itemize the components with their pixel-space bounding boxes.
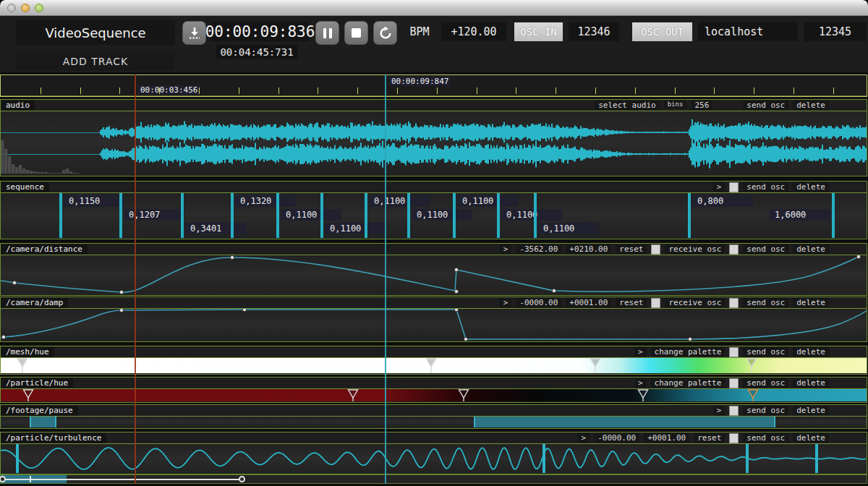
- receive-osc-button[interactable]: receive osc: [665, 244, 725, 254]
- 0001-00-value[interactable]: +0001.00: [644, 433, 689, 443]
- delete-button[interactable]: delete: [793, 182, 829, 192]
- sequence-marker[interactable]: [497, 193, 500, 238]
- arrow-button[interactable]: >: [713, 406, 726, 415]
- reset-button[interactable]: reset: [694, 433, 725, 443]
- sequence-marker[interactable]: [276, 193, 279, 238]
- secondary-playhead[interactable]: [135, 74, 136, 484]
- track-body-camera-distance[interactable]: [1, 255, 867, 294]
- osc-checkbox[interactable]: [651, 298, 660, 308]
- arrow-button[interactable]: >: [500, 298, 512, 307]
- color-marker[interactable]: [637, 389, 649, 401]
- sequence-marker[interactable]: [688, 193, 691, 238]
- keyframe-point[interactable]: [454, 309, 458, 312]
- osc-in-button[interactable]: OSC IN: [514, 22, 563, 41]
- keyframe-point[interactable]: [119, 309, 123, 312]
- bins-value[interactable]: bins: [664, 101, 687, 108]
- sequence-marker[interactable]: [119, 193, 122, 238]
- send-osc-button[interactable]: send osc: [743, 347, 788, 357]
- osc-checkbox[interactable]: [729, 378, 739, 388]
- zoom-button[interactable]: [35, 4, 43, 12]
- sequence-marker[interactable]: [407, 193, 410, 238]
- osc-checkbox[interactable]: [729, 347, 739, 357]
- osc-checkbox[interactable]: [729, 244, 739, 255]
- close-button[interactable]: [7, 4, 16, 12]
- keyframe-point[interactable]: [454, 268, 458, 271]
- keyframe-point[interactable]: [552, 289, 556, 292]
- track-body-sequence[interactable]: 0,11500,12070,34010,13200,11000,11000,11…: [1, 193, 867, 238]
- track-body-mesh-hue[interactable]: [1, 358, 867, 373]
- track-body-camera-damp[interactable]: [1, 309, 867, 341]
- sequence-marker[interactable]: [231, 193, 234, 238]
- minimize-button[interactable]: [21, 4, 30, 12]
- delete-button[interactable]: delete: [793, 298, 829, 307]
- switch-block[interactable]: [30, 417, 56, 427]
- send-osc-button[interactable]: send osc: [743, 378, 788, 388]
- selected-keyframe-bar[interactable]: [815, 444, 818, 473]
- color-marker[interactable]: [425, 358, 437, 373]
- track-body-footage-pause[interactable]: [1, 417, 867, 427]
- arrow-button[interactable]: >: [634, 347, 647, 357]
- switch-block[interactable]: [474, 417, 775, 427]
- color-marker[interactable]: [458, 389, 469, 401]
- keyframe-point[interactable]: [242, 309, 246, 312]
- 0001-00-value[interactable]: +0001.00: [566, 298, 611, 307]
- sequence-marker[interactable]: [59, 193, 62, 238]
- send-osc-button[interactable]: send osc: [743, 406, 788, 415]
- delete-button[interactable]: delete: [793, 406, 829, 415]
- color-marker[interactable]: [590, 358, 601, 373]
- arrow-button[interactable]: >: [634, 378, 647, 388]
- track-body-audio[interactable]: [1, 111, 867, 175]
- send-osc-button[interactable]: send osc: [743, 101, 788, 110]
- keyframe-point[interactable]: [119, 290, 123, 294]
- color-marker[interactable]: [17, 358, 28, 373]
- selected-keyframe-bar[interactable]: [16, 444, 19, 473]
- keyframe-point[interactable]: [464, 337, 467, 341]
- keyframe-point[interactable]: [230, 255, 234, 259]
- 0000-00-value[interactable]: -0000.00: [516, 298, 561, 307]
- osc-checkbox[interactable]: [729, 406, 739, 416]
- color-marker[interactable]: [22, 389, 34, 401]
- receive-osc-button[interactable]: receive osc: [665, 298, 725, 307]
- sequence-marker[interactable]: [453, 193, 456, 238]
- keyframe-point[interactable]: [454, 289, 458, 293]
- arrow-button[interactable]: >: [578, 433, 590, 443]
- selected-keyframe-bar[interactable]: [542, 444, 545, 473]
- sequence-marker[interactable]: [832, 193, 835, 238]
- add-track-button[interactable]: ADD TRACK: [16, 52, 175, 71]
- loop-button[interactable]: [373, 21, 397, 45]
- send-osc-button[interactable]: send osc: [743, 182, 788, 192]
- send-osc-button[interactable]: send osc: [743, 298, 788, 307]
- send-osc-button[interactable]: send osc: [743, 433, 788, 443]
- delete-button[interactable]: delete: [793, 347, 829, 357]
- osc-checkbox[interactable]: [729, 298, 739, 308]
- sequence-marker[interactable]: [534, 193, 537, 238]
- osc-checkbox[interactable]: [729, 182, 739, 192]
- send-osc-button[interactable]: send osc: [743, 244, 788, 254]
- arrow-button[interactable]: >: [713, 182, 726, 192]
- keyframe-point[interactable]: [688, 337, 692, 341]
- osc-out-button[interactable]: OSC OUT: [632, 22, 692, 41]
- reset-button[interactable]: reset: [616, 244, 647, 254]
- track-body-particle-hue[interactable]: [1, 389, 867, 401]
- playhead[interactable]: [385, 74, 386, 484]
- sequence-marker[interactable]: [365, 193, 367, 238]
- sequence-marker[interactable]: [181, 193, 184, 238]
- 0000-00-value[interactable]: -0000.00: [594, 433, 639, 443]
- delete-button[interactable]: delete: [793, 244, 829, 254]
- current-time-display[interactable]: 00:00:09:836: [210, 22, 310, 41]
- zoom-handle-right[interactable]: [239, 476, 245, 482]
- time-ruler[interactable]: 00:00:03:456 00:00:09:847: [0, 74, 867, 97]
- keyframe-point[interactable]: [12, 281, 16, 284]
- delete-button[interactable]: delete: [793, 433, 829, 443]
- 3562-00-value[interactable]: -3562.00: [516, 244, 561, 254]
- reset-button[interactable]: reset: [616, 298, 647, 307]
- selected-keyframe-bar[interactable]: [746, 444, 749, 473]
- osc-out-port[interactable]: 12345: [804, 22, 867, 41]
- keyframe-point[interactable]: [856, 255, 860, 259]
- color-marker-selected[interactable]: [747, 389, 759, 401]
- keyframe-point[interactable]: [1, 335, 5, 338]
- select-audio-button[interactable]: select audio: [595, 101, 659, 110]
- track-body-particle-turbulence[interactable]: [1, 444, 867, 473]
- change-palette-button[interactable]: change palette: [651, 347, 726, 357]
- stop-button[interactable]: [344, 21, 368, 45]
